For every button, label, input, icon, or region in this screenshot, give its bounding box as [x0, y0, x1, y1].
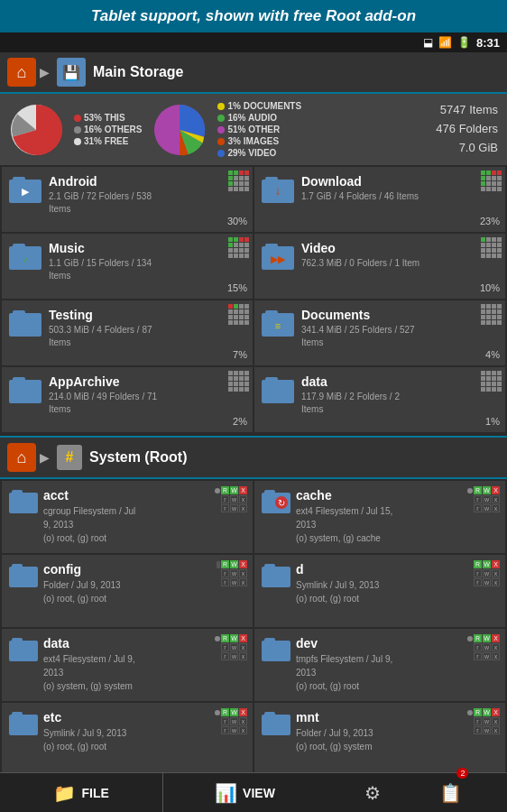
video-name: Video: [301, 241, 498, 255]
svg-rect-36: [264, 638, 275, 643]
acct-rwx: R W X r w x r w x: [215, 486, 247, 512]
settings-icon[interactable]: ⚙: [364, 782, 381, 804]
root-folders-grid: acct cgroup Filesystem / Jul9, 2013(o) r…: [0, 479, 507, 812]
folder-video[interactable]: ▶▶ Video 762.3 MiB / 0 Folders / 1 Item …: [254, 234, 505, 299]
legend-1: 53% THIS 16% OTHERS 31% FREE: [74, 113, 142, 146]
status-time: 8:31: [476, 36, 500, 50]
legend-free: 31% FREE: [84, 136, 128, 146]
root-hash-icon: #: [57, 445, 82, 470]
config-rwx: R W X r w x r w x: [215, 560, 247, 586]
folder-data[interactable]: data 117.9 MiB / 2 Folders / 2Items 1%: [254, 367, 505, 432]
svg-text:≡: ≡: [275, 320, 281, 331]
etc-rwx: R W X r w x r w x: [215, 708, 247, 734]
testing-folder-icon: [9, 308, 41, 340]
testing-meta: 503.3 MiB / 4 Folders / 87Items: [49, 324, 245, 349]
data-name: data: [301, 374, 498, 389]
main-storage-title: Main Storage: [93, 64, 183, 80]
info-icon[interactable]: 📋: [439, 782, 462, 804]
stat-folders: 476 Folders: [436, 120, 498, 139]
config-icon: [9, 562, 38, 591]
svg-rect-40: [264, 712, 275, 717]
svg-rect-24: [12, 490, 23, 495]
svg-rect-31: [262, 567, 290, 587]
legend-this: 53% THIS: [84, 113, 125, 123]
download-percent: 23%: [480, 216, 500, 226]
svg-rect-35: [262, 641, 290, 661]
legend-audio: 16% AUDIO: [227, 113, 277, 123]
svg-rect-30: [12, 564, 23, 569]
storage-stats: 5747 Items 476 Folders 7.0 GiB: [436, 101, 498, 157]
video-percent: 10%: [480, 282, 500, 293]
svg-rect-32: [264, 564, 275, 569]
folder-documents[interactable]: ≡ Documents 341.4 MiB / 25 Folders / 527…: [254, 300, 505, 365]
music-meta: 1.1 GiB / 15 Folders / 134Items: [49, 257, 245, 282]
svg-text:♪: ♪: [23, 252, 29, 265]
folder-music[interactable]: ♪ Music 1.1 GiB / 15 Folders / 134Items …: [2, 234, 253, 299]
main-storage-header[interactable]: ⌂ ▶ 💾 Main Storage: [0, 52, 507, 94]
root-dev[interactable]: dev tmpfs Filesystem / Jul 9,2013(o) roo…: [254, 629, 505, 701]
folder-testing[interactable]: Testing 503.3 MiB / 4 Folders / 87Items …: [2, 300, 253, 365]
svg-rect-37: [9, 715, 38, 735]
svg-text:↻: ↻: [278, 498, 285, 508]
android-folder-icon: ▶: [9, 174, 41, 207]
badge-count: 2: [456, 768, 468, 779]
svg-rect-39: [262, 715, 290, 735]
android-meta: 2.1 GiB / 72 Folders / 538Items: [49, 190, 245, 216]
root-etc[interactable]: etc Symlink / Jul 9, 2013(o) root, (g) r…: [2, 703, 253, 775]
folder-download[interactable]: ↓ Download 1.7 GiB / 4 Folders / 46 Item…: [254, 167, 505, 232]
video-meta: 762.3 MiB / 0 Folders / 1 Item: [301, 257, 498, 270]
testing-info: Testing 503.3 MiB / 4 Folders / 87Items: [49, 308, 245, 349]
svg-rect-9: [13, 244, 25, 249]
battery-icon: 🔋: [457, 36, 471, 49]
data-folder-icon: [262, 374, 294, 407]
root-breadcrumb-arrow: ▶: [40, 450, 50, 465]
top-banner: Tablet support, shown with free Root add…: [0, 0, 507, 32]
download-meta: 1.7 GiB / 4 Folders / 46 Items: [301, 190, 498, 203]
view-label: VIEW: [243, 786, 275, 800]
download-folder-icon: ↓: [262, 174, 294, 207]
root-config[interactable]: config Folder / Jul 9, 2013(o) root, (g)…: [2, 555, 253, 627]
d-rwx: R W X r w x r w x: [467, 560, 500, 586]
banner-text: Tablet support, shown with free Root add…: [91, 7, 416, 24]
svg-rect-17: [265, 310, 278, 316]
download-name: Download: [301, 174, 498, 189]
root-mnt[interactable]: mnt Folder / Jul 9, 2013(o) root, (g) sy…: [254, 703, 505, 775]
cache-icon: ↻: [262, 488, 290, 517]
svg-rect-14: [9, 313, 41, 337]
view-button[interactable]: 📊 VIEW: [163, 773, 326, 812]
music-name: Music: [49, 241, 245, 255]
cache-rwx: R W X r w x r w x: [467, 486, 500, 512]
root-d[interactable]: d Symlink / Jul 9, 2013(o) root, (g) roo…: [254, 555, 505, 627]
folder-android[interactable]: ▶ Android 2.1 GiB / 72 Folders / 538Item…: [2, 167, 253, 232]
bluetooth-icon: ⬓: [423, 36, 433, 49]
android-percent: 30%: [227, 216, 247, 226]
d-icon: [262, 562, 290, 591]
video-info: Video 762.3 MiB / 0 Folders / 1 Item: [301, 241, 498, 270]
home-icon: ⌂: [7, 58, 36, 87]
svg-rect-22: [265, 377, 278, 383]
data-info: data 117.9 MiB / 2 Folders / 2Items: [301, 374, 498, 416]
folder-apparchive[interactable]: AppArchive 214.0 MiB / 49 Folders / 71It…: [2, 367, 253, 432]
root-acct[interactable]: acct cgroup Filesystem / Jul9, 2013(o) r…: [2, 481, 253, 553]
documents-folder-icon: ≡: [262, 308, 294, 340]
storage-icon: 💾: [57, 58, 86, 87]
apparchive-percent: 2%: [233, 416, 247, 427]
acct-icon: [9, 488, 38, 517]
svg-rect-12: [265, 244, 278, 249]
svg-rect-29: [9, 567, 38, 587]
svg-rect-6: [265, 177, 278, 182]
root-data[interactable]: data ext4 Filesystem / Jul 9,2013(o) sys…: [2, 629, 253, 701]
bottom-toolbar: 📁 FILE 📊 VIEW ⚙ 📋 2: [0, 772, 507, 812]
svg-rect-3: [13, 177, 25, 182]
wifi-icon: 📶: [438, 36, 452, 49]
legend-video: 29% VIDEO: [227, 148, 276, 158]
svg-rect-19: [9, 380, 41, 403]
legend-2: 1% DOCUMENTS 16% AUDIO 51% OTHER 3% IMAG…: [217, 101, 301, 158]
download-info: Download 1.7 GiB / 4 Folders / 46 Items: [301, 174, 498, 203]
legend-images: 3% IMAGES: [227, 136, 279, 146]
root-cache[interactable]: ↻ cache ext4 Filesystem / Jul 15,2013(o)…: [254, 481, 505, 553]
svg-text:↓: ↓: [275, 183, 281, 198]
svg-rect-38: [12, 712, 23, 717]
system-root-header[interactable]: ⌂ ▶ # System (Root): [0, 436, 507, 479]
file-button[interactable]: 📁 FILE: [0, 773, 163, 812]
